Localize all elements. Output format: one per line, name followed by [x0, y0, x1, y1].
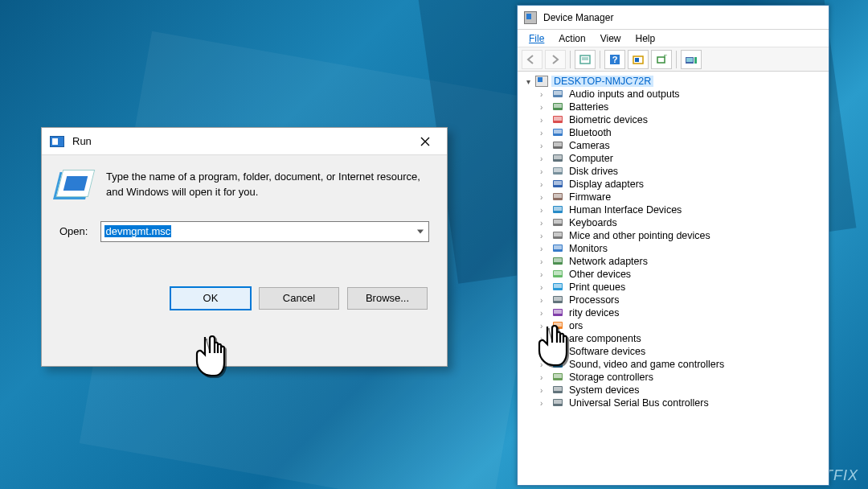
dm-title-text: Device Manager — [543, 12, 613, 23]
print-icon — [552, 281, 565, 293]
chevron-down-icon[interactable]: ▾ — [524, 77, 532, 86]
tree-item-swdev[interactable]: ›Software devices — [522, 345, 829, 358]
svg-rect-9 — [686, 58, 693, 62]
tree-item-display[interactable]: ›Display adapters — [522, 178, 829, 191]
tree-item-biometric[interactable]: ›Biometric devices — [522, 113, 829, 126]
dm-titlebar[interactable]: Device Manager — [518, 6, 829, 30]
chevron-right-icon[interactable]: › — [540, 180, 548, 189]
browse-button[interactable]: Browse... — [347, 287, 428, 310]
tree-item-other[interactable]: ›Other devices — [522, 268, 829, 281]
properties-button[interactable] — [575, 50, 596, 69]
menu-action[interactable]: Action — [552, 31, 592, 46]
chevron-down-icon[interactable] — [417, 229, 424, 233]
chevron-right-icon[interactable]: › — [540, 103, 548, 112]
menu-file[interactable]: File — [522, 31, 551, 46]
svg-rect-16 — [554, 117, 562, 121]
chevron-right-icon[interactable]: › — [540, 129, 548, 138]
tree-item-label: Print queues — [569, 281, 625, 293]
svg-rect-6 — [635, 58, 639, 62]
menu-view[interactable]: View — [594, 31, 628, 46]
tree-item-camera[interactable]: ›Cameras — [522, 139, 829, 152]
chevron-right-icon[interactable]: › — [540, 167, 548, 176]
run-titlebar[interactable]: Run — [42, 128, 447, 155]
run-program-icon — [56, 170, 95, 197]
tree-item-keyboard[interactable]: ›Keyboards — [522, 216, 829, 229]
computer-icon — [552, 153, 565, 164]
chevron-right-icon[interactable]: › — [540, 360, 548, 369]
tree-item-label: are components — [569, 333, 641, 344]
chevron-right-icon[interactable]: › — [540, 142, 548, 150]
ok-button[interactable]: OK — [170, 287, 251, 310]
open-input[interactable]: devmgmt.msc — [100, 221, 429, 242]
tree-root[interactable]: ▾ DESKTOP-NMJC72R — [522, 75, 829, 88]
add-hardware-button[interactable] — [651, 50, 672, 69]
chevron-right-icon[interactable]: › — [540, 90, 548, 99]
audio-icon — [552, 88, 565, 100]
tree-item-battery[interactable]: ›Batteries — [522, 101, 829, 113]
chevron-right-icon[interactable]: › — [540, 154, 548, 163]
help-button[interactable]: ? — [604, 50, 625, 69]
tree-item-usb[interactable]: ›Universal Serial Bus controllers — [522, 397, 829, 409]
tree-item-mouse[interactable]: ›Mice and other pointing devices — [522, 229, 829, 242]
tree-item-label: Monitors — [569, 243, 608, 254]
svg-rect-32 — [554, 220, 562, 224]
tree-item-storage[interactable]: ›Storage controllers — [522, 371, 829, 384]
chevron-right-icon[interactable]: › — [540, 309, 548, 318]
tree-item-label: Biometric devices — [569, 114, 648, 125]
tree-item-network[interactable]: ›Network adapters — [522, 255, 829, 268]
refresh-button[interactable] — [681, 50, 702, 69]
biometric-icon — [552, 114, 565, 125]
chevron-right-icon[interactable]: › — [540, 399, 548, 408]
open-input-value: devmgmt.msc — [104, 225, 171, 237]
tree-item-audio[interactable]: ›Audio inputs and outputs — [522, 88, 829, 101]
chevron-right-icon[interactable]: › — [540, 373, 548, 382]
keyboard-icon — [552, 217, 565, 228]
chevron-right-icon[interactable]: › — [540, 244, 548, 253]
svg-rect-42 — [554, 284, 562, 288]
chevron-right-icon[interactable]: › — [540, 335, 548, 343]
swcomp-icon — [552, 333, 565, 344]
disk-icon — [552, 166, 565, 177]
tree-item-disk[interactable]: ›Disk drives — [522, 165, 829, 178]
tree-item-system[interactable]: ›System devices — [522, 384, 829, 397]
tree-item-label: Batteries — [569, 101, 608, 113]
svg-rect-24 — [554, 168, 562, 172]
usb-icon — [552, 397, 565, 409]
device-tree[interactable]: ▾ DESKTOP-NMJC72R ›Audio inputs and outp… — [518, 72, 829, 485]
close-button[interactable] — [408, 130, 442, 153]
tree-item-monitor[interactable]: ›Monitors — [522, 242, 829, 255]
tree-item-cpu[interactable]: ›Processors — [522, 294, 829, 306]
chevron-right-icon[interactable]: › — [540, 347, 548, 356]
svg-rect-30 — [554, 207, 562, 211]
tree-item-computer[interactable]: ›Computer — [522, 152, 829, 165]
chevron-right-icon[interactable]: › — [540, 283, 548, 292]
tree-item-sensor[interactable]: ›ors — [522, 319, 829, 332]
tree-item-label: Storage controllers — [569, 372, 653, 383]
other-icon — [552, 269, 565, 280]
chevron-right-icon[interactable]: › — [540, 193, 548, 202]
tree-item-firmware[interactable]: ›Firmware — [522, 191, 829, 203]
chevron-right-icon[interactable]: › — [540, 206, 548, 215]
menu-help[interactable]: Help — [629, 31, 662, 46]
tree-item-security[interactable]: ›rity devices — [522, 306, 829, 319]
open-label: Open: — [59, 225, 88, 237]
chevron-right-icon[interactable]: › — [540, 270, 548, 279]
svg-rect-58 — [554, 387, 562, 391]
scan-button[interactable] — [628, 50, 649, 69]
chevron-right-icon[interactable]: › — [540, 386, 548, 395]
chevron-right-icon[interactable]: › — [540, 116, 548, 125]
chevron-right-icon[interactable]: › — [540, 257, 548, 266]
tree-item-print[interactable]: ›Print queues — [522, 281, 829, 294]
tree-item-sound[interactable]: ›Sound, video and game controllers — [522, 358, 829, 371]
tree-item-hid[interactable]: ›Human Interface Devices — [522, 203, 829, 216]
chevron-right-icon[interactable]: › — [540, 296, 548, 305]
security-icon — [552, 307, 565, 318]
svg-rect-10 — [694, 57, 697, 64]
chevron-right-icon[interactable]: › — [540, 219, 548, 228]
chevron-right-icon[interactable]: › — [540, 232, 548, 240]
cancel-button[interactable]: Cancel — [259, 287, 339, 310]
run-title-text: Run — [72, 135, 408, 147]
tree-item-swcomp[interactable]: ›are components — [522, 332, 829, 345]
chevron-right-icon[interactable]: › — [540, 322, 548, 331]
tree-item-bluetooth[interactable]: ›Bluetooth — [522, 126, 829, 139]
